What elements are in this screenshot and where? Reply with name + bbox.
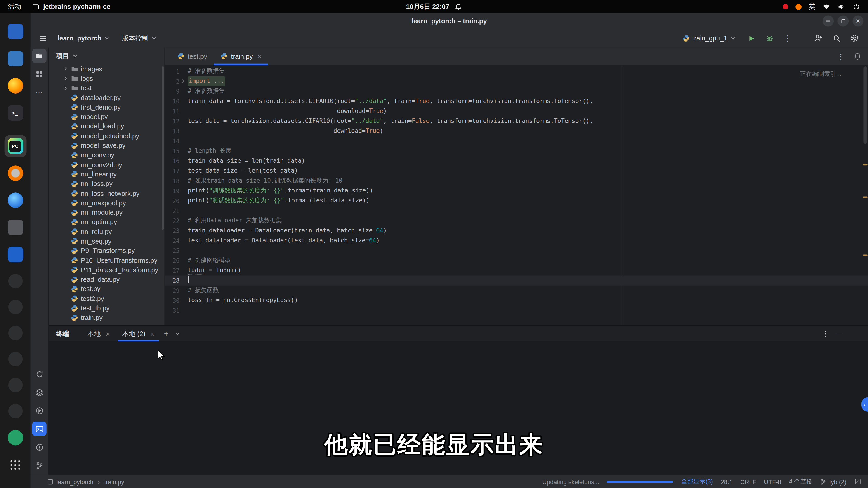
line-number[interactable]: 13 [165,126,180,136]
line-number[interactable]: 2 [165,76,180,86]
terminal-options-icon[interactable]: ⋮ [822,329,829,338]
code-line-16[interactable]: 16train_data_size = len(train_data) [165,156,868,166]
network-icon[interactable] [823,3,830,10]
code-line-13[interactable]: 13 download=True) [165,126,868,136]
line-number[interactable]: 18 [165,176,180,186]
code-line-9[interactable]: 9# 准备数据集 [165,86,868,96]
fold-arrow-icon[interactable] [180,77,185,87]
input-method-indicator[interactable]: 英 [809,2,815,11]
run-button[interactable] [745,32,758,45]
code-line-2[interactable]: 2import ... [165,76,868,86]
search-everywhere-icon[interactable] [830,32,843,45]
tree-file-nn_seq.py[interactable]: nn_seq.py [49,236,164,246]
dock-icon-inactive-app-5[interactable] [8,378,23,392]
dock-icon-inactive-app-1[interactable] [8,274,23,288]
line-number[interactable]: 20 [165,196,180,206]
tree-folder-logs[interactable]: logs [49,74,164,83]
status-project-crumb[interactable]: learn_pytorch [47,478,93,485]
tree-file-nn_linear.py[interactable]: nn_linear.py [49,169,164,179]
dock-icon-firefox-browser[interactable] [7,78,23,94]
project-panel-header[interactable]: 项目 [49,48,164,64]
code-line-12[interactable]: 12test_data = torchvision.datasets.CIFAR… [165,116,868,126]
tool-strip-structure-icon[interactable] [32,67,46,81]
code-line-23[interactable]: 23train_dataloader = DataLoader(train_da… [165,226,868,236]
code-line-28[interactable]: 28 [165,275,868,286]
code-editor[interactable]: 1# 准备数据集2import ...9# 准备数据集10train_data … [165,65,868,325]
code-line-25[interactable]: 25 [165,246,868,256]
indent-widget[interactable]: 4 个空格 [789,477,812,486]
line-number[interactable]: 26 [165,256,180,265]
terminal-tab-本地[interactable]: 本地× [81,326,116,341]
tree-file-model_petrained.py[interactable]: model_petrained.py [49,131,164,141]
background-task-progress[interactable] [607,481,673,483]
warning-stripe-mark[interactable] [863,196,868,198]
tree-file-nn_relu.py[interactable]: nn_relu.py [49,227,164,236]
tool-strip-run-icon[interactable] [32,403,46,418]
code-line-15[interactable]: 15# length 长度 [165,146,868,156]
warning-stripe-mark[interactable] [863,255,868,256]
code-with-me-icon[interactable] [811,32,825,45]
line-number[interactable]: 31 [165,305,180,315]
line-number[interactable]: 17 [165,166,180,176]
code-line-11[interactable]: 11 download=True) [165,106,868,116]
dock-icon-phone-link-app[interactable] [7,220,23,235]
tab-close-icon[interactable]: × [257,52,261,60]
tree-file-nn_conv2d.py[interactable]: nn_conv2d.py [49,160,164,169]
window-titlebar[interactable]: learn_pytorch – train.py × [31,13,868,29]
chevron-right-icon[interactable] [63,86,71,91]
tab-close-icon[interactable]: × [150,329,155,338]
notifications-bell-icon[interactable] [854,52,861,60]
code-line-24[interactable]: 24test_dataloader = DataLoader(test_data… [165,236,868,246]
dock-icon-inactive-app-6[interactable] [8,404,23,418]
editor-tab-train.py[interactable]: train.py× [214,48,268,65]
code-line-30[interactable]: 30loss_fn = nn.CrossEntropyLoss() [165,295,868,305]
tree-file-nn_loss_network.py[interactable]: nn_loss_network.py [49,189,164,198]
line-number[interactable]: 30 [165,295,180,305]
activities-button[interactable]: 活动 [8,2,21,11]
code-line-27[interactable]: 27tudui = Tudui() [165,266,868,275]
code-line-19[interactable]: 19print("训练数据集的长度为: {}".format(train_dat… [165,186,868,196]
tree-file-P11_dataset_transform.py[interactable]: P11_dataset_transform.py [49,265,164,275]
tree-file-nn_optim.py[interactable]: nn_optim.py [49,217,164,227]
editor-scrollbar[interactable] [864,66,867,144]
minimize-button[interactable] [823,15,834,27]
tree-file-test_tb.py[interactable]: test_tb.py [49,303,164,313]
hamburger-menu-icon[interactable] [36,32,49,45]
tree-folder-images[interactable]: images [49,64,164,74]
tree-file-P9_Transforms.py[interactable]: P9_Transforms.py [49,246,164,256]
editor-tab-options-icon[interactable]: ⋮ [837,52,845,61]
line-number[interactable]: 11 [165,106,180,116]
hide-terminal-icon[interactable]: — [836,330,842,337]
warning-stripe-mark[interactable] [863,164,868,165]
volume-icon[interactable] [837,3,845,10]
tree-file-model_load.py[interactable]: model_load.py [49,122,164,131]
tab-close-icon[interactable]: × [106,329,110,338]
dock-icon-inactive-app-4[interactable] [8,352,23,366]
tree-file-P10_UsefulTransforms.py[interactable]: P10_UsefulTransforms.py [49,256,164,265]
dock-icon-settings-app[interactable] [7,165,23,181]
dock-icon-inactive-app-2[interactable] [8,300,23,314]
settings-gear-icon[interactable] [848,32,862,45]
line-number[interactable]: 22 [165,216,180,226]
code-line-18[interactable]: 18# 如果train_data_size=10,训练数据集的长度为: 10 [165,176,868,186]
dock-icon-web-browser-app[interactable] [7,193,23,208]
run-config-widget[interactable]: train_gpu_1 [678,33,739,43]
dock-icon-pycharm[interactable]: PC [7,138,23,154]
code-line-14[interactable]: 14 [165,136,868,146]
code-line-31[interactable]: 31 [165,305,868,315]
maximize-button[interactable] [837,15,848,27]
code-line-21[interactable]: 21 [165,206,868,216]
focused-window-indicator[interactable]: jetbrains-pycharm-ce [32,3,110,10]
line-number[interactable]: 15 [165,146,180,156]
line-number[interactable]: 23 [165,226,180,236]
line-number[interactable]: 9 [165,86,180,96]
tree-file-nn_conv.py[interactable]: nn_conv.py [49,150,164,160]
tree-file-read_data.py[interactable]: read_data.py [49,275,164,284]
code-line-29[interactable]: 29# 损失函数 [165,286,868,295]
code-line-10[interactable]: 10train_data = torchvision.datasets.CIFA… [165,96,868,106]
code-line-20[interactable]: 20print("测试数据集的长度为: {}".format(test_data… [165,196,868,206]
vcs-widget[interactable]: 版本控制 [118,32,161,44]
tree-file-nn_loss.py[interactable]: nn_loss.py [49,179,164,188]
clock-widget[interactable]: 10月6日 22:07 [406,2,462,11]
line-number[interactable]: 27 [165,266,180,275]
